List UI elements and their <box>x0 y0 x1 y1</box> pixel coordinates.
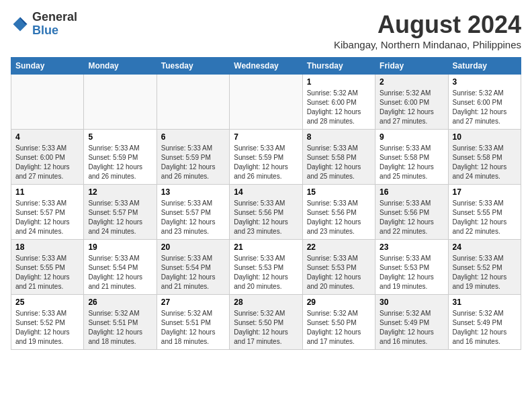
calendar-cell: 24Sunrise: 5:33 AM Sunset: 5:52 PM Dayli… <box>448 240 521 295</box>
calendar-cell: 4Sunrise: 5:33 AM Sunset: 6:00 PM Daylig… <box>11 130 84 185</box>
day-number: 11 <box>15 187 79 197</box>
day-detail: Sunrise: 5:33 AM Sunset: 5:56 PM Dayligh… <box>307 199 371 236</box>
day-detail: Sunrise: 5:33 AM Sunset: 5:58 PM Dayligh… <box>307 144 371 181</box>
day-number: 1 <box>307 77 371 87</box>
day-number: 27 <box>161 298 225 307</box>
day-detail: Sunrise: 5:33 AM Sunset: 5:58 PM Dayligh… <box>453 144 517 181</box>
day-number: 8 <box>307 132 371 142</box>
day-number: 6 <box>161 132 225 142</box>
day-number: 23 <box>380 242 443 252</box>
day-detail: Sunrise: 5:33 AM Sunset: 5:53 PM Dayligh… <box>234 254 298 291</box>
logo-general-text: General <box>32 11 77 24</box>
calendar-cell: 22Sunrise: 5:33 AM Sunset: 5:53 PM Dayli… <box>302 240 375 295</box>
day-detail: Sunrise: 5:33 AM Sunset: 5:53 PM Dayligh… <box>380 254 443 291</box>
calendar-cell: 7Sunrise: 5:33 AM Sunset: 5:59 PM Daylig… <box>230 130 302 185</box>
calendar-body: 1Sunrise: 5:32 AM Sunset: 6:00 PM Daylig… <box>11 75 521 350</box>
logo: General Blue <box>11 11 77 38</box>
day-number: 17 <box>453 187 517 197</box>
calendar-header: SundayMondayTuesdayWednesdayThursdayFrid… <box>11 58 521 75</box>
day-detail: Sunrise: 5:33 AM Sunset: 5:55 PM Dayligh… <box>453 199 517 236</box>
weekday-header-tuesday: Tuesday <box>157 58 229 75</box>
day-number: 2 <box>380 77 443 87</box>
day-number: 18 <box>15 242 79 252</box>
calendar-cell: 1Sunrise: 5:32 AM Sunset: 6:00 PM Daylig… <box>302 75 375 130</box>
main-title: August 2024 <box>334 11 521 39</box>
calendar-cell: 9Sunrise: 5:33 AM Sunset: 5:58 PM Daylig… <box>375 130 448 185</box>
location-subtitle: Kibangay, Northern Mindanao, Philippines <box>334 39 521 50</box>
calendar-cell <box>157 75 229 130</box>
day-number: 13 <box>161 187 225 197</box>
day-detail: Sunrise: 5:33 AM Sunset: 5:57 PM Dayligh… <box>15 199 79 236</box>
weekday-header-thursday: Thursday <box>302 58 375 75</box>
day-detail: Sunrise: 5:32 AM Sunset: 5:49 PM Dayligh… <box>453 309 517 347</box>
logo-blue-text: Blue <box>32 24 77 38</box>
calendar-cell: 14Sunrise: 5:33 AM Sunset: 5:56 PM Dayli… <box>230 185 302 240</box>
calendar-cell: 30Sunrise: 5:32 AM Sunset: 5:49 PM Dayli… <box>375 295 448 350</box>
calendar-cell: 15Sunrise: 5:33 AM Sunset: 5:56 PM Dayli… <box>302 185 375 240</box>
day-number: 4 <box>15 132 79 142</box>
day-detail: Sunrise: 5:33 AM Sunset: 5:57 PM Dayligh… <box>88 199 152 236</box>
calendar-cell: 17Sunrise: 5:33 AM Sunset: 5:55 PM Dayli… <box>448 185 521 240</box>
day-number: 7 <box>234 132 298 142</box>
calendar-cell <box>230 75 302 130</box>
calendar-cell: 27Sunrise: 5:32 AM Sunset: 5:51 PM Dayli… <box>157 295 229 350</box>
day-detail: Sunrise: 5:33 AM Sunset: 5:57 PM Dayligh… <box>161 199 225 236</box>
calendar-week-1: 1Sunrise: 5:32 AM Sunset: 6:00 PM Daylig… <box>11 75 521 130</box>
day-detail: Sunrise: 5:33 AM Sunset: 5:52 PM Dayligh… <box>15 309 79 347</box>
day-number: 20 <box>161 242 225 252</box>
day-detail: Sunrise: 5:32 AM Sunset: 6:00 PM Dayligh… <box>453 89 517 126</box>
day-detail: Sunrise: 5:33 AM Sunset: 5:54 PM Dayligh… <box>88 254 152 291</box>
day-detail: Sunrise: 5:33 AM Sunset: 5:59 PM Dayligh… <box>88 144 152 181</box>
calendar-cell <box>84 75 157 130</box>
weekday-header-wednesday: Wednesday <box>230 58 302 75</box>
calendar-cell: 13Sunrise: 5:33 AM Sunset: 5:57 PM Dayli… <box>157 185 229 240</box>
day-number: 12 <box>88 187 152 197</box>
weekday-header-row: SundayMondayTuesdayWednesdayThursdayFrid… <box>11 58 521 75</box>
calendar-cell: 11Sunrise: 5:33 AM Sunset: 5:57 PM Dayli… <box>11 185 84 240</box>
calendar-cell: 21Sunrise: 5:33 AM Sunset: 5:53 PM Dayli… <box>230 240 302 295</box>
calendar-cell: 19Sunrise: 5:33 AM Sunset: 5:54 PM Dayli… <box>84 240 157 295</box>
calendar-week-3: 11Sunrise: 5:33 AM Sunset: 5:57 PM Dayli… <box>11 185 521 240</box>
weekday-header-sunday: Sunday <box>11 58 84 75</box>
calendar-cell: 18Sunrise: 5:33 AM Sunset: 5:55 PM Dayli… <box>11 240 84 295</box>
day-detail: Sunrise: 5:33 AM Sunset: 5:55 PM Dayligh… <box>15 254 79 291</box>
day-detail: Sunrise: 5:32 AM Sunset: 5:50 PM Dayligh… <box>234 309 298 347</box>
day-number: 29 <box>307 298 371 307</box>
day-number: 3 <box>453 77 517 87</box>
day-detail: Sunrise: 5:32 AM Sunset: 5:51 PM Dayligh… <box>161 309 225 347</box>
day-number: 14 <box>234 187 298 197</box>
calendar-cell: 3Sunrise: 5:32 AM Sunset: 6:00 PM Daylig… <box>448 75 521 130</box>
calendar-cell: 10Sunrise: 5:33 AM Sunset: 5:58 PM Dayli… <box>448 130 521 185</box>
day-detail: Sunrise: 5:32 AM Sunset: 6:00 PM Dayligh… <box>380 89 443 126</box>
day-detail: Sunrise: 5:33 AM Sunset: 5:59 PM Dayligh… <box>161 144 225 181</box>
calendar-week-5: 25Sunrise: 5:33 AM Sunset: 5:52 PM Dayli… <box>11 295 521 350</box>
calendar-week-2: 4Sunrise: 5:33 AM Sunset: 6:00 PM Daylig… <box>11 130 521 185</box>
logo-icon <box>11 15 30 34</box>
day-number: 28 <box>234 298 298 307</box>
logo-text: General Blue <box>32 11 77 38</box>
calendar-cell: 29Sunrise: 5:32 AM Sunset: 5:50 PM Dayli… <box>302 295 375 350</box>
day-number: 15 <box>307 187 371 197</box>
day-detail: Sunrise: 5:32 AM Sunset: 6:00 PM Dayligh… <box>307 89 371 126</box>
day-number: 5 <box>88 132 152 142</box>
calendar-cell: 31Sunrise: 5:32 AM Sunset: 5:49 PM Dayli… <box>448 295 521 350</box>
calendar-cell: 28Sunrise: 5:32 AM Sunset: 5:50 PM Dayli… <box>230 295 302 350</box>
day-detail: Sunrise: 5:33 AM Sunset: 5:59 PM Dayligh… <box>234 144 298 181</box>
day-number: 22 <box>307 242 371 252</box>
weekday-header-monday: Monday <box>84 58 157 75</box>
title-block: August 2024 Kibangay, Northern Mindanao,… <box>334 11 521 50</box>
day-number: 25 <box>15 298 79 307</box>
day-detail: Sunrise: 5:32 AM Sunset: 5:49 PM Dayligh… <box>380 309 443 347</box>
calendar-cell: 20Sunrise: 5:33 AM Sunset: 5:54 PM Dayli… <box>157 240 229 295</box>
calendar-cell: 8Sunrise: 5:33 AM Sunset: 5:58 PM Daylig… <box>302 130 375 185</box>
day-number: 24 <box>453 242 517 252</box>
calendar-cell: 5Sunrise: 5:33 AM Sunset: 5:59 PM Daylig… <box>84 130 157 185</box>
day-detail: Sunrise: 5:33 AM Sunset: 6:00 PM Dayligh… <box>15 144 79 181</box>
calendar-cell: 23Sunrise: 5:33 AM Sunset: 5:53 PM Dayli… <box>375 240 448 295</box>
day-number: 16 <box>380 187 443 197</box>
day-number: 26 <box>88 298 152 307</box>
calendar-cell: 26Sunrise: 5:32 AM Sunset: 5:51 PM Dayli… <box>84 295 157 350</box>
day-number: 10 <box>453 132 517 142</box>
day-number: 19 <box>88 242 152 252</box>
page-header: General Blue August 2024 Kibangay, North… <box>11 11 521 50</box>
